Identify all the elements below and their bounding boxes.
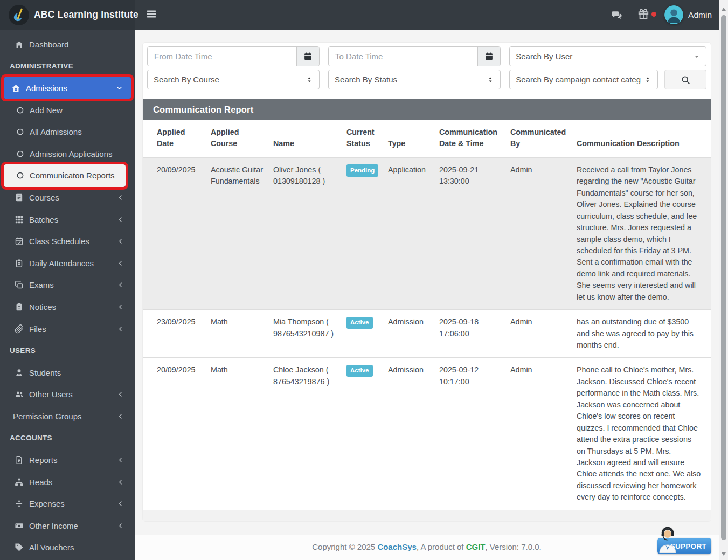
cell-type: Application <box>384 157 435 309</box>
report-panel: Communication Report Applied Date Applie… <box>143 99 711 521</box>
sort-arrows-icon <box>487 76 494 84</box>
sidebar-item-other-users[interactable]: Other Users <box>0 384 135 406</box>
cell-description: Phone call to Chloe's mother, Mrs. Jacks… <box>572 358 711 510</box>
sidebar-item-label: Admission Applications <box>30 149 112 158</box>
top-navbar: ABC Learning Institute Admin <box>0 0 728 30</box>
support-button[interactable]: SUPPORT <box>657 538 711 554</box>
clipboard-icon <box>15 302 24 312</box>
cell-applied-date: 20/09/2025 <box>143 358 206 510</box>
sidebar-item-all-vouchers[interactable]: All Vouchers <box>0 537 135 559</box>
to-date-input[interactable] <box>329 47 477 66</box>
chevron-left-icon <box>117 479 123 485</box>
calendar-addon[interactable] <box>477 47 500 66</box>
home-icon <box>15 40 24 49</box>
gift-button[interactable] <box>637 8 649 22</box>
status-badge: Active <box>346 317 373 329</box>
sidebar-item-students[interactable]: Students <box>0 362 135 384</box>
col-header-name: Name <box>269 120 342 157</box>
sidebar-item-permission-groups[interactable]: Permission Groups <box>0 405 135 427</box>
scrollbar[interactable] <box>719 0 728 560</box>
sidebar-item-class-schedules[interactable]: Class Schedules <box>0 230 135 252</box>
cell-applied-date: 23/09/2025 <box>143 310 206 358</box>
support-agent-icon <box>658 527 677 553</box>
sidebar: Dashboard ADMINISTRATIVE Admissions Add … <box>0 30 135 560</box>
cell-status: Active <box>342 358 384 510</box>
sidebar-item-label: Other Users <box>29 390 73 399</box>
sidebar-item-all-admissions[interactable]: All Admissions <box>0 121 135 143</box>
sidebar-item-label: Batches <box>29 215 58 224</box>
navbar-actions: Admin <box>611 0 712 30</box>
cell-applied-course: Math <box>206 358 269 510</box>
scrollbar-thumb[interactable] <box>721 15 726 540</box>
sidebar-item-label: Heads <box>29 478 52 487</box>
search-button[interactable] <box>664 70 706 89</box>
search-by-status-select[interactable]: Search By Status <box>328 70 501 89</box>
search-by-campaign-select[interactable]: Search By campaign contact categ <box>509 70 658 89</box>
select-value: Search By campaign contact categ <box>516 75 641 84</box>
book-icon <box>15 193 24 202</box>
sidebar-item-label: Notices <box>29 302 56 312</box>
footer-org-link[interactable]: CGIT <box>466 542 486 551</box>
sidebar-item-reports[interactable]: Reports <box>0 449 135 471</box>
chevron-left-icon <box>117 217 123 223</box>
sidebar-section-users: USERS <box>0 340 135 362</box>
search-by-course-select[interactable]: Search By Course <box>147 70 320 89</box>
chevron-left-icon <box>117 304 123 310</box>
sidebar-item-batches[interactable]: Batches <box>0 209 135 231</box>
users-icon <box>15 390 24 399</box>
gift-icon <box>637 8 649 20</box>
sidebar-item-other-income[interactable]: Other Income <box>0 515 135 537</box>
to-date-group <box>328 46 501 66</box>
cell-name: Chloe Jackson ( 876543219876 ) <box>269 358 342 510</box>
sidebar-item-exams[interactable]: Exams <box>0 274 135 296</box>
sidebar-item-admission-applications[interactable]: Admission Applications <box>0 143 135 165</box>
money-bill-icon <box>15 521 24 530</box>
calendar-addon[interactable] <box>296 47 319 66</box>
circle-icon <box>16 171 24 179</box>
sidebar-item-notices[interactable]: Notices <box>0 296 135 318</box>
sidebar-section-administrative: ADMINISTRATIVE <box>0 56 135 78</box>
sidebar-item-heads[interactable]: Heads <box>0 471 135 493</box>
brand[interactable]: ABC Learning Institute <box>0 0 135 30</box>
cell-datetime: 2025-09-12 10:17:00 <box>435 358 506 510</box>
page-footer: Copyright © 2025 CoachSys, A product of … <box>135 535 719 560</box>
footer-text: , A product of <box>417 542 466 551</box>
notification-dot <box>651 12 656 17</box>
cell-status: Pending <box>342 157 384 309</box>
sidebar-item-files[interactable]: Files <box>0 318 135 340</box>
footer-text: Copyright © 2025 <box>312 542 377 551</box>
chat-icon[interactable] <box>611 9 622 21</box>
chevron-left-icon <box>117 282 123 288</box>
sidebar-item-expenses[interactable]: Expenses <box>0 493 135 515</box>
sidebar-item-courses[interactable]: Courses <box>0 186 135 209</box>
status-badge: Active <box>346 365 373 377</box>
cell-by: Admin <box>506 358 572 510</box>
sidebar-item-communication-reports[interactable]: Communicaton Reports <box>4 164 126 187</box>
footer-brand-link[interactable]: CoachSys <box>377 542 417 551</box>
sidebar-item-label: Permission Groups <box>13 412 82 421</box>
scroll-up-arrow[interactable] <box>722 8 726 11</box>
sidebar-item-dashboard[interactable]: Dashboard <box>0 33 135 56</box>
scroll-down-arrow[interactable] <box>722 552 726 556</box>
admissions-home-icon <box>11 84 20 93</box>
sidebar-item-add-new[interactable]: Add New <box>0 99 135 121</box>
caret-down-icon <box>694 53 700 60</box>
sidebar-item-admissions[interactable]: Admissions <box>4 77 131 99</box>
sidebar-item-label: Reports <box>29 455 58 465</box>
main-content: Search By User Search By Course Search B… <box>135 30 719 560</box>
chevron-left-icon <box>117 523 123 529</box>
circle-icon <box>16 106 24 114</box>
panel-title: Communication Report <box>143 99 711 120</box>
copy-icon <box>15 280 24 289</box>
cell-applied-course: Acoustic Guitar Fundamentals <box>206 157 269 309</box>
cell-name: Mia Thompson ( 9876543210987 ) <box>269 310 342 358</box>
user-menu[interactable]: Admin <box>664 5 712 24</box>
chevron-left-icon <box>117 260 123 266</box>
sidebar-item-daily-attendances[interactable]: Daily Attendances <box>0 252 135 274</box>
search-by-user-select[interactable]: Search By User <box>509 46 706 66</box>
from-date-input[interactable] <box>148 47 296 66</box>
col-header-type: Type <box>384 120 435 157</box>
sidebar-item-label: Students <box>29 368 61 377</box>
sidebar-toggle-button[interactable] <box>144 8 158 22</box>
sidebar-item-label: Other Income <box>29 521 78 530</box>
